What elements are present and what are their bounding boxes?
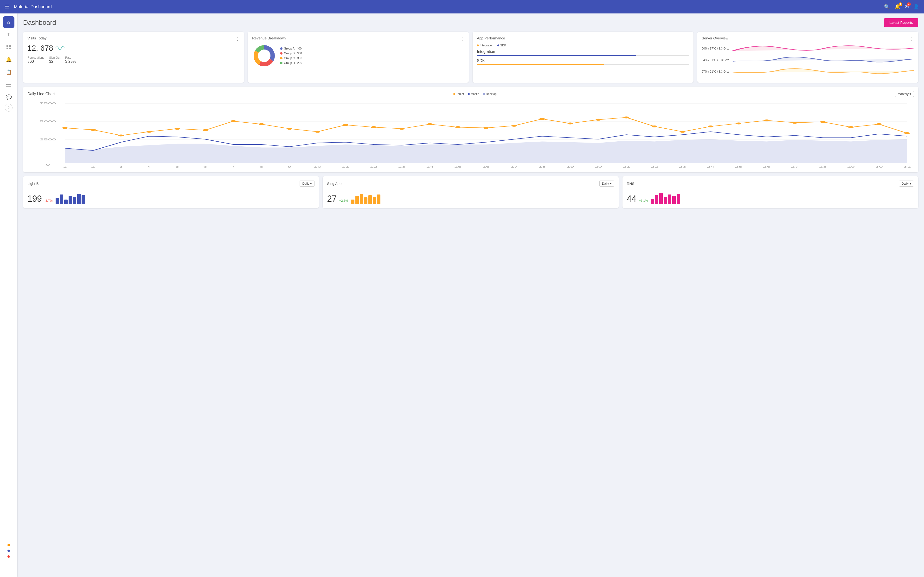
bottom-bar	[664, 197, 667, 204]
server-row-label-1: 54% / 31°C / 3.3 Ghz	[702, 58, 730, 62]
tablet-dot-30	[904, 132, 910, 134]
revenue-menu-icon[interactable]: ⋮	[460, 36, 464, 41]
legend-dot-a	[280, 47, 283, 50]
x-label-30: 31	[903, 165, 911, 168]
sidebar-item-grid[interactable]	[3, 41, 15, 53]
bottom-bar	[77, 194, 81, 204]
line-chart-svg: 7500 5000 2500 0 12345678910111213141516…	[27, 101, 914, 168]
chart-area: 7500 5000 2500 0 12345678910111213141516…	[27, 101, 914, 168]
x-label-28: 29	[847, 165, 855, 168]
perf-menu-icon[interactable]: ⋮	[685, 36, 689, 41]
bottom-bar	[69, 196, 72, 204]
tablet-dot-19	[596, 119, 601, 121]
chart-title: Daily Line Chart	[27, 92, 55, 96]
svg-rect-1	[9, 45, 11, 47]
bottom-number-section-1: 27 +2.5%	[327, 194, 348, 204]
x-label-18: 19	[567, 165, 574, 168]
latest-reports-button[interactable]: Latest Reports	[884, 18, 918, 27]
tablet-dot-23	[708, 126, 714, 127]
topnav: ☰ Material Dashboard 🔍 🔔 1 ✉ 4 👤	[0, 0, 924, 13]
page-title: Dashboard	[23, 19, 56, 26]
bottom-bars-2	[651, 189, 680, 204]
sidebar-item-help[interactable]: ?	[5, 104, 13, 111]
tablet-dot-27	[820, 121, 825, 123]
tablet-line	[65, 117, 907, 135]
visits-signout: Sign Out 32	[49, 56, 60, 64]
x-label-27: 28	[819, 165, 827, 168]
x-label-6: 7	[231, 165, 235, 168]
sidebar-item-chat[interactable]: 💬	[3, 91, 15, 103]
server-row-0: 60% / 37°C / 3.3 Ghz	[702, 44, 914, 53]
registrations-label: Registrations	[27, 56, 44, 60]
tablet-dot-0	[62, 127, 68, 129]
visits-rate: Rate 3.25%	[65, 56, 76, 64]
perf-legend: Integration SDK	[477, 44, 689, 47]
bottom-bar	[655, 195, 658, 204]
svg-point-11	[258, 50, 270, 62]
bottom-bar	[377, 195, 380, 204]
x-label-17: 18	[538, 165, 546, 168]
dot-orange	[8, 544, 10, 546]
visits-card-header: Visits Today ⋮	[27, 36, 240, 41]
sidebar-item-home[interactable]: ⌂	[3, 16, 15, 28]
x-label-12: 13	[398, 165, 406, 168]
chevron-icon-2: ▾	[909, 182, 911, 185]
server-menu-icon[interactable]: ⋮	[909, 36, 914, 41]
bottom-card-1: Sing App Daily ▾ 27 +2.5%	[323, 176, 619, 208]
svg-rect-2	[6, 48, 8, 49]
perf-card-title: App Performance	[477, 36, 505, 40]
notifications-button[interactable]: 🔔 1	[894, 4, 900, 10]
bottom-period-selector-1[interactable]: Daily ▾	[599, 181, 614, 187]
chart-dot-mobile	[468, 93, 470, 95]
main-layout: ⌂ T 🔔 📋 💬 ? Dashboard Latest Reports	[0, 13, 924, 577]
tablet-dot-6	[231, 120, 236, 122]
svg-rect-3	[9, 48, 11, 49]
main-content: Dashboard Latest Reports Visits Today ⋮ …	[17, 13, 924, 577]
app-performance-card: App Performance ⋮ Integration SDK Integr…	[473, 32, 693, 83]
visits-today-card: Visits Today ⋮ 12, 678 Registrations 860	[23, 32, 244, 83]
visits-number: 12, 678	[27, 44, 53, 53]
search-button[interactable]: 🔍	[884, 4, 890, 10]
app-title: Material Dashboard	[14, 4, 884, 10]
sidebar-item-list[interactable]	[3, 79, 15, 90]
bottom-period-selector-0[interactable]: Daily ▾	[300, 181, 315, 187]
visits-menu-icon[interactable]: ⋮	[235, 36, 240, 41]
tablet-dot-26	[792, 122, 798, 124]
bottom-bar	[364, 197, 367, 204]
x-label-2: 3	[119, 165, 123, 168]
donut-chart	[252, 44, 276, 68]
sidebar-item-book[interactable]: 📋	[3, 66, 15, 78]
mail-button[interactable]: ✉ 4	[905, 4, 909, 10]
x-label-7: 8	[260, 165, 263, 168]
svg-text:0: 0	[46, 163, 50, 166]
server-row-label-0: 60% / 37°C / 3.3 Ghz	[702, 47, 730, 50]
server-card-header: Server Overview ⋮	[702, 36, 914, 41]
tablet-dot-28	[848, 126, 854, 128]
user-button[interactable]: 👤	[913, 4, 919, 10]
chevron-icon-1: ▾	[610, 182, 612, 185]
tablet-dot-20	[624, 116, 629, 118]
topnav-icons: 🔍 🔔 1 ✉ 4 👤	[884, 4, 919, 10]
legend-dot-b	[280, 52, 283, 55]
sidebar-item-text[interactable]: T	[3, 29, 15, 40]
bottom-content-2: 44 +3.1%	[627, 189, 914, 204]
chart-legend-mobile: Mobile	[468, 92, 479, 96]
page-header: Dashboard Latest Reports	[23, 18, 918, 27]
server-row-1: 54% / 31°C / 3.3 Ghz	[702, 55, 914, 65]
x-label-20: 21	[622, 165, 630, 168]
sidebar-item-bell[interactable]: 🔔	[3, 54, 15, 65]
perf-card-header: App Performance ⋮	[477, 36, 689, 41]
perf-legend-sdk: SDK	[498, 44, 506, 47]
chart-legend: Tablet Mobile Desktop	[453, 92, 496, 96]
period-selector[interactable]: Monthly ▾	[895, 91, 914, 97]
hamburger-icon[interactable]: ☰	[5, 4, 9, 10]
bottom-period-selector-2[interactable]: Daily ▾	[899, 181, 914, 187]
server-overview-card: Server Overview ⋮ 60% / 37°C / 3.3 Ghz 5…	[697, 32, 918, 83]
signout-label: Sign Out	[49, 56, 60, 60]
visits-wave-icon	[55, 45, 65, 51]
chevron-down-icon: ▾	[909, 92, 911, 96]
legend-group-b: Group B 300	[280, 52, 302, 55]
chart-legend-desktop: Desktop	[483, 92, 496, 96]
bottom-number-1: 27	[327, 194, 337, 204]
rate-label: Rate	[65, 56, 76, 60]
